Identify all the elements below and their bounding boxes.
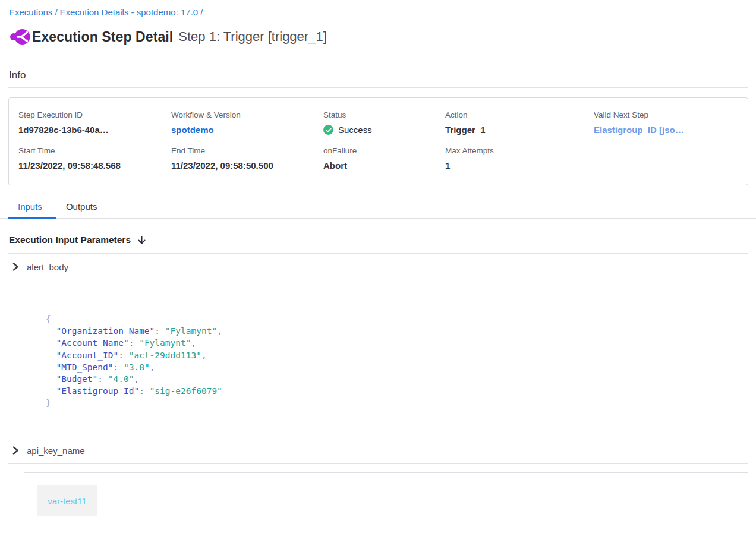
spacer: [0, 219, 756, 226]
field-label: Step Execution ID: [18, 111, 171, 119]
field-end-time: End Time 11/23/2022, 09:58:50.500: [171, 146, 323, 171]
field-label: Status: [323, 111, 445, 119]
page-title-row: Execution Step Detail Step 1: Trigger [t…: [10, 27, 756, 47]
info-card: Step Execution ID 1d97828c-13b6-40a… Wor…: [8, 97, 748, 185]
info-section-heading: Info: [0, 55, 756, 87]
execution-input-parameters-row: Execution Input Parameters: [0, 226, 756, 253]
field-label: Action: [445, 111, 594, 119]
field-step-execution-id: Step Execution ID 1d97828c-13b6-40a…: [18, 111, 171, 135]
param-row-api-key-value[interactable]: api_key_value: [0, 538, 756, 546]
field-action: Action Trigger_1: [445, 111, 594, 135]
page-subtitle: Step 1: Trigger [trigger_1]: [178, 29, 326, 45]
field-empty: [594, 146, 738, 171]
valid-next-step-link[interactable]: Elastigroup_ID [jso…: [594, 125, 738, 135]
field-valid-next-step: Valid Next Step Elastigroup_ID [jso…: [594, 111, 738, 135]
tab-outputs[interactable]: Outputs: [56, 197, 109, 218]
row-divider: [8, 280, 748, 280]
breadcrumb-link-executions[interactable]: Executions: [9, 7, 52, 17]
api-key-name-value-panel: var-test11: [24, 472, 748, 528]
field-max-attempts: Max Attempts 1: [445, 146, 594, 171]
field-value: 1d97828c-13b6-40a…: [18, 125, 171, 135]
status-value: Success: [323, 125, 445, 135]
chevron-right-icon[interactable]: [12, 263, 20, 271]
page-title: Execution Step Detail: [32, 29, 173, 45]
field-label: Valid Next Step: [594, 111, 738, 119]
field-label: Workflow & Version: [171, 111, 323, 119]
param-name: alert_body: [27, 262, 68, 272]
download-arrow-icon[interactable]: [137, 235, 147, 245]
tab-bar: Inputs Outputs: [0, 197, 756, 219]
chevron-right-icon[interactable]: [12, 446, 20, 455]
workflow-link[interactable]: spotdemo: [171, 125, 323, 135]
info-heading-divider: [8, 87, 748, 88]
fylamynt-logo-icon: [10, 28, 32, 46]
tab-inputs[interactable]: Inputs: [8, 197, 56, 219]
execution-step-detail-page: Executions/Execution Details - spotdemo:…: [0, 0, 756, 546]
field-label: Start Time: [18, 146, 171, 155]
field-label: Max Attempts: [445, 146, 594, 155]
breadcrumb-separator: /: [52, 7, 59, 17]
success-check-icon: [323, 125, 333, 135]
breadcrumb-link-execution-details[interactable]: Execution Details - spotdemo: 17.0: [60, 7, 199, 17]
field-on-failure: onFailure Abort: [323, 146, 445, 171]
param-row-alert-body[interactable]: alert_body: [0, 254, 756, 280]
param-row-api-key-name[interactable]: api_key_name: [0, 437, 756, 463]
field-value: 11/23/2022, 09:58:48.568: [18, 160, 171, 171]
field-status: Status Success: [323, 111, 445, 135]
field-label: End Time: [171, 146, 323, 155]
field-start-time: Start Time 11/23/2022, 09:58:48.568: [18, 146, 171, 171]
api-key-name-value: var-test11: [37, 485, 97, 516]
breadcrumb-separator-trailing: /: [198, 7, 205, 17]
field-label: onFailure: [323, 146, 445, 155]
status-text: Success: [338, 125, 372, 135]
execution-input-parameters-heading: Execution Input Parameters: [9, 235, 131, 245]
breadcrumb: Executions/Execution Details - spotdemo:…: [0, 0, 756, 17]
field-value: Abort: [323, 160, 445, 171]
param-name: api_key_name: [27, 446, 85, 456]
field-value: 1: [445, 160, 594, 171]
alert-body-value-panel: { "Organization_Name": "Fylamynt", "Acco…: [24, 291, 748, 425]
field-value: 11/23/2022, 09:58:50.500: [171, 160, 323, 171]
field-value: Trigger_1: [445, 125, 594, 135]
field-workflow-version: Workflow & Version spotdemo: [171, 111, 323, 135]
row-divider: [8, 463, 748, 464]
json-code: { "Organization_Name": "Fylamynt", "Acco…: [46, 313, 748, 409]
